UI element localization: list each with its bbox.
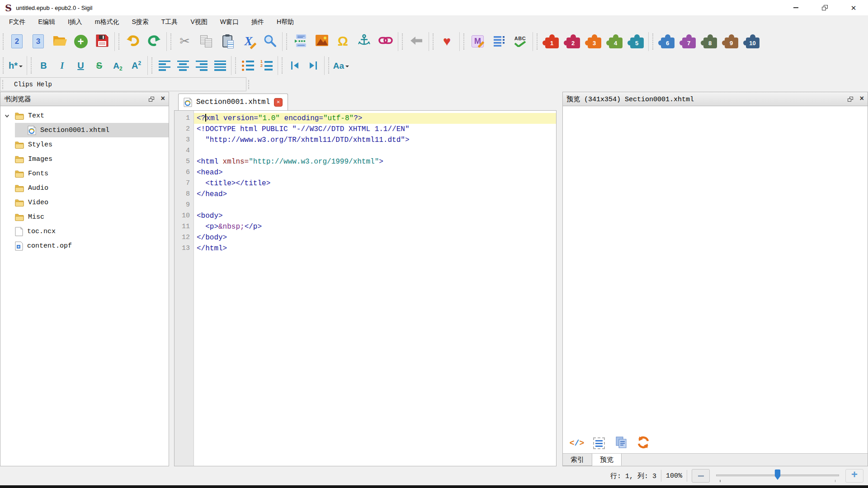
restore-button[interactable] <box>810 0 839 15</box>
chevron-down-icon[interactable] <box>4 113 15 119</box>
close-panel-icon[interactable]: × <box>859 95 864 103</box>
underline-button[interactable]: U <box>71 56 90 75</box>
toolbar-grip[interactable] <box>3 33 4 50</box>
toolbar-grip[interactable] <box>31 57 32 74</box>
delete-button[interactable]: X <box>238 31 259 52</box>
plugin-4-button[interactable]: 4 <box>604 31 625 52</box>
tree-item-styles[interactable]: Styles <box>0 137 169 152</box>
insert-special-character-button[interactable]: Ω <box>332 31 354 52</box>
plugin-1-button[interactable]: 1 <box>540 31 561 52</box>
toolbar-grip[interactable] <box>151 57 152 74</box>
insert-image-button[interactable] <box>311 31 332 52</box>
menu-item[interactable]: H帮助 <box>270 16 300 28</box>
zoom-slider[interactable] <box>716 469 839 483</box>
align-right-button[interactable] <box>192 56 211 75</box>
menu-item[interactable]: T工具 <box>155 16 184 28</box>
code-line-12[interactable]: 12</body> <box>175 232 556 243</box>
plugin-5-button[interactable]: 5 <box>625 31 646 52</box>
code-line-5[interactable]: 5<html xmlns="http://www.w3.org/1999/xht… <box>175 156 556 167</box>
menu-item[interactable]: F文件 <box>3 16 32 28</box>
refresh-button[interactable] <box>636 436 651 451</box>
code-line-8[interactable]: 8</head> <box>175 189 556 200</box>
plugin-9-button[interactable]: 9 <box>720 31 741 52</box>
toolbar-grip[interactable] <box>402 33 403 50</box>
toolbar-grip[interactable] <box>248 80 249 89</box>
align-center-button[interactable] <box>174 56 192 75</box>
toolbar-grip[interactable] <box>3 57 4 74</box>
tab-close-button[interactable]: ✕ <box>274 98 283 107</box>
menu-item[interactable]: I插入 <box>61 16 89 28</box>
plugin-7-button[interactable]: 7 <box>677 31 698 52</box>
align-left-button[interactable] <box>155 56 174 75</box>
menu-item[interactable]: E编辑 <box>32 16 61 28</box>
numbered-list-button[interactable]: 1 2 <box>257 56 276 75</box>
close-button[interactable]: ✕ <box>839 0 868 15</box>
code-line-11[interactable]: 11 <p>&nbsp;</p> <box>175 221 556 232</box>
tree-item-video[interactable]: Video <box>0 195 169 210</box>
toolbar-grip[interactable] <box>282 57 283 74</box>
paste-button[interactable] <box>217 31 238 52</box>
tree-item-content-opf[interactable]: content.opf <box>0 239 169 253</box>
italic-button[interactable]: I <box>53 56 71 75</box>
minimize-button[interactable] <box>781 0 810 15</box>
donate-button[interactable]: ♥ <box>436 31 458 52</box>
toolbar-grip[interactable] <box>170 33 171 50</box>
justify-button[interactable] <box>211 56 229 75</box>
strikethrough-button[interactable]: S <box>90 56 108 75</box>
split-at-cursor-button[interactable] <box>290 31 311 52</box>
insert-link-button[interactable] <box>375 31 396 52</box>
code-line-3[interactable]: 3 "http://www.w3.org/TR/xhtml11/DTD/xhtm… <box>175 135 556 145</box>
clips-help-label[interactable]: Clips Help <box>14 81 52 88</box>
menu-item[interactable]: S搜索 <box>125 16 155 28</box>
tree-item-audio[interactable]: Audio <box>0 181 169 195</box>
plugin-8-button[interactable]: 8 <box>698 31 720 52</box>
redo-button[interactable] <box>143 31 165 52</box>
zoom-out-button[interactable] <box>692 469 710 483</box>
inspect-code-button[interactable]: </> <box>569 436 585 451</box>
code-line-13[interactable]: 13</html> <box>175 243 556 254</box>
tree-item-fonts[interactable]: Fonts <box>0 166 169 181</box>
toolbar-grip[interactable] <box>463 33 464 50</box>
change-case-button[interactable]: Aa <box>332 56 350 75</box>
toolbar-grip[interactable] <box>433 33 434 50</box>
toolbar-grip[interactable] <box>537 33 538 50</box>
toolbar-grip[interactable] <box>118 33 119 50</box>
spellcheck-button[interactable]: ABC <box>509 31 531 52</box>
slider-handle[interactable] <box>775 469 781 480</box>
zoom-in-button[interactable]: + <box>845 469 863 483</box>
toc-editor-button[interactable] <box>488 31 509 52</box>
menu-item[interactable]: V视图 <box>184 16 213 28</box>
save-button[interactable] <box>91 31 113 52</box>
code-line-6[interactable]: 6<head> <box>175 167 556 178</box>
bullet-list-button[interactable] <box>239 56 257 75</box>
code-line-9[interactable]: 9 <box>175 200 556 211</box>
insert-anchor-button[interactable] <box>354 31 375 52</box>
toolbar-grip[interactable] <box>652 33 653 50</box>
float-panel-icon[interactable] <box>848 97 853 102</box>
cut-button[interactable]: ✂ <box>174 31 195 52</box>
plugin-3-button[interactable]: 3 <box>583 31 604 52</box>
copy-selection-button[interactable] <box>613 436 629 451</box>
toolbar-grip[interactable] <box>2 80 3 89</box>
open-button[interactable] <box>49 31 70 52</box>
metadata-editor-button[interactable]: M <box>467 31 488 52</box>
bold-button[interactable]: B <box>34 56 53 75</box>
float-panel-icon[interactable] <box>149 97 154 102</box>
heading-button[interactable]: h* <box>6 56 25 75</box>
code-line-7[interactable]: 7 <title></title> <box>175 178 556 189</box>
code-line-1[interactable]: 1<?xml version="1.0" encoding="utf-8"?> <box>175 113 556 124</box>
tree-item-text[interactable]: Text <box>0 108 169 123</box>
select-all-button[interactable] <box>591 436 607 451</box>
editor-tab-section0001[interactable]: Section0001.xhtml ✕ <box>178 94 288 110</box>
toolbar-grip[interactable] <box>328 57 329 74</box>
code-editor[interactable]: 1<?xml version="1.0" encoding="utf-8"?>2… <box>174 110 557 466</box>
toolbar-grip[interactable] <box>286 33 287 50</box>
add-existing-files-button[interactable]: + <box>70 31 91 52</box>
find-button[interactable] <box>259 31 280 52</box>
new-epub3-button[interactable]: 3 <box>28 31 49 52</box>
toolbar-grip[interactable] <box>235 57 236 74</box>
superscript-button[interactable]: A2 <box>127 56 146 75</box>
code-line-2[interactable]: 2<!DOCTYPE html PUBLIC "-//W3C//DTD XHTM… <box>175 124 556 135</box>
menu-item[interactable]: W窗口 <box>214 16 245 28</box>
code-line-10[interactable]: 10<body> <box>175 211 556 221</box>
